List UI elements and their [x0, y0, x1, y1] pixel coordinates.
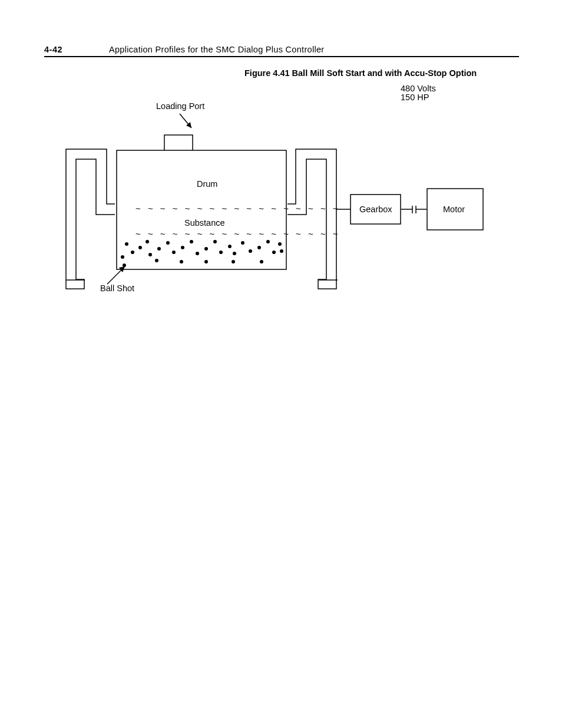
right-support-icon: [287, 149, 337, 290]
svg-point-36: [257, 246, 261, 249]
svg-point-32: [233, 252, 236, 255]
svg-point-17: [146, 240, 149, 243]
page-number: 4-42: [44, 45, 62, 54]
loading-port-label: Loading Port: [156, 101, 204, 111]
svg-point-31: [228, 245, 232, 248]
ballshot-pointer-icon: [105, 263, 130, 286]
svg-point-29: [213, 240, 217, 243]
svg-point-33: [232, 260, 235, 263]
svg-rect-6: [351, 195, 401, 224]
wave-row-icon: ~ ~ ~ ~ ~ ~ ~ ~ ~ ~ ~ ~ ~ ~ ~ ~ ~: [135, 203, 340, 213]
loading-port-icon: [164, 134, 193, 151]
figure-caption: Figure 4.41 Ball Mill Soft Start and wit…: [244, 68, 477, 78]
svg-point-22: [172, 251, 176, 254]
ballshot-dots-icon: [118, 236, 286, 270]
spec-volts: 480 Volts: [401, 84, 436, 93]
svg-point-39: [272, 251, 276, 254]
svg-point-20: [155, 259, 158, 262]
svg-point-16: [138, 246, 142, 249]
spec-hp: 150 HP: [401, 93, 429, 102]
svg-point-14: [131, 251, 134, 254]
svg-point-26: [196, 252, 199, 255]
svg-point-35: [249, 249, 252, 253]
svg-point-41: [280, 249, 283, 253]
svg-point-12: [121, 255, 124, 259]
header-rule: [44, 56, 519, 57]
motor-rect-icon: [427, 188, 484, 231]
right-base-icon: [318, 279, 338, 290]
svg-point-18: [148, 253, 152, 256]
svg-point-37: [260, 260, 263, 263]
left-base-icon: [65, 279, 85, 290]
svg-point-28: [204, 260, 208, 263]
svg-point-40: [278, 242, 282, 246]
svg-point-19: [157, 247, 161, 251]
svg-point-23: [181, 246, 184, 249]
document-page: 4-42 Application Profiles for the SMC Di…: [0, 0, 562, 728]
svg-point-34: [241, 241, 244, 245]
svg-point-27: [204, 247, 208, 251]
arrow-icon: [178, 113, 195, 131]
svg-rect-11: [427, 189, 483, 230]
svg-point-38: [266, 240, 270, 243]
shaft2-icon: [401, 205, 427, 216]
svg-point-25: [190, 240, 193, 243]
header-title: Application Profiles for the SMC Dialog …: [109, 45, 324, 54]
svg-point-21: [166, 241, 170, 245]
gearbox-rect-icon: [350, 194, 401, 225]
svg-point-13: [125, 242, 128, 246]
svg-point-24: [180, 260, 183, 263]
svg-point-30: [219, 251, 223, 254]
